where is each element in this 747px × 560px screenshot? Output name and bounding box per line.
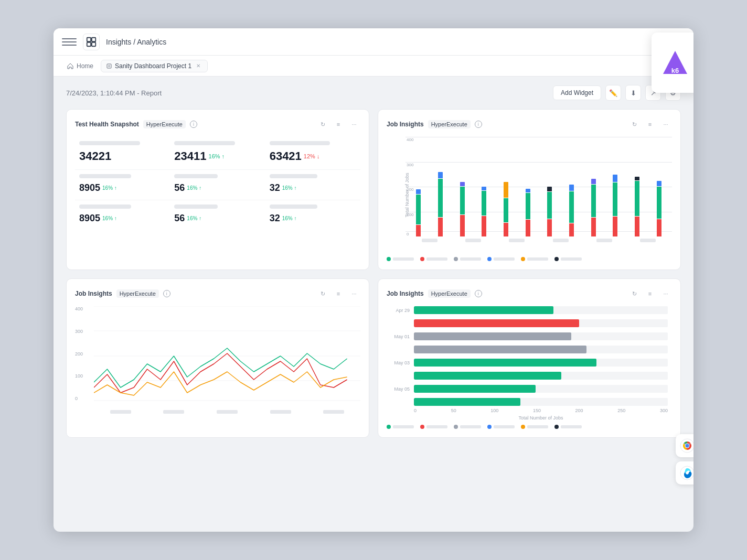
health-metrics-grid: 34221 23411 16% ↑ 63421 [75,137,360,230]
legend-item-3 [487,257,515,261]
health-cell-8-value: 32 16% ↑ [270,213,356,224]
x-label [110,410,131,414]
widget1-info-icon[interactable]: i [190,121,197,128]
bar-group-8 [591,179,596,236]
hbar-row-teal [391,372,668,380]
legend-item-1 [420,257,447,261]
add-widget-button[interactable]: Add Widget [553,85,601,100]
x-tick-200: 200 [575,408,583,413]
health-cell-5-label [270,174,317,178]
y-400: 400 [75,306,83,311]
widget1-title: Test Health Snapshot [75,121,139,128]
legend4-item-0 [387,425,414,429]
widget2-info-icon[interactable]: i [475,121,482,128]
health-cell-6-value: 8905 16% ↑ [79,213,166,224]
widget1-refresh[interactable]: ↻ [316,118,329,131]
health-cell-2-value: 63421 12% ↓ [270,149,356,163]
bar-seg [416,189,421,194]
health-cell-0-value: 34221 [79,149,166,163]
bar-seg [613,217,617,236]
bar-seg [504,198,508,222]
widget-job-insights-line: Job Insights HyperExecute i ↻ ≡ ··· 400 [66,278,369,438]
widget4-refresh[interactable]: ↻ [628,287,641,300]
download-button[interactable]: ⬇ [625,85,641,101]
health-cell-5: 32 16% ↑ [265,170,360,200]
bar-group-3 [482,187,486,236]
bar-seg [416,195,421,224]
tab-close-button[interactable]: ✕ [195,62,202,70]
widget2-title-group: Job Insights HyperExecute i [387,120,482,128]
bar-group-6 [547,187,552,236]
widget4-info-icon[interactable]: i [475,290,482,297]
svg-rect-7 [87,37,91,41]
x-label [270,410,291,414]
bar-seg [547,219,552,236]
x-label [640,239,656,242]
x-tick-300: 300 [660,408,668,413]
health-metric-5-num: 32 [270,182,280,193]
widget2-refresh[interactable]: ↻ [628,118,641,131]
hbar-label-apr29: Apr 29 [391,308,410,313]
health-cell-7-value: 56 16% ↑ [174,213,261,224]
legend4-item-4 [521,425,548,429]
x-label [465,239,481,242]
health-cell-7: 56 16% ↑ [170,200,265,230]
legend-item-5 [554,257,582,261]
health-metric-7-num: 56 [174,213,185,224]
health-metric-4-trend: 16% ↑ [187,185,201,191]
content-area: 7/24/2023, 1:10:44 PM - Report Add Widge… [54,77,693,446]
health-cell-1: 23411 16% ↑ [170,137,265,170]
x-label [422,239,437,242]
legend-dot-3 [487,257,492,261]
health-metric-5-trend: 16% ↑ [282,185,297,191]
widget3-info-icon[interactable]: i [163,290,170,297]
bar-group-10 [635,177,639,236]
health-metric-2-num: 63421 [270,149,302,163]
bar-group-1 [438,172,443,237]
widget4-badge: HyperExecute [428,289,471,298]
edit-button[interactable]: ✏️ [605,85,621,101]
widget2-legend [387,257,672,261]
tab-home[interactable]: Home [62,60,99,72]
legend4-dot-3 [487,425,492,429]
widget4-actions: ↻ ≡ ··· [628,287,672,300]
home-icon [67,63,73,69]
legend4-item-5 [554,425,582,429]
x-label [163,410,184,414]
hbar-track-apr29 [414,306,668,314]
y-300: 300 [75,329,83,334]
health-cell-6-label [79,204,131,209]
hbar-fill-small [414,398,520,406]
hbar-label-may01: May 01 [391,334,410,339]
health-cell-8: 32 16% ↑ [265,200,360,230]
widget4-more[interactable]: ··· [659,287,672,300]
legend-label-2 [460,257,481,261]
legend-item-2 [454,257,481,261]
widget2-more[interactable]: ··· [659,118,672,131]
hbar-fill-apr29 [414,306,553,314]
widget3-more[interactable]: ··· [348,287,360,300]
tab-active[interactable]: Sanity Dashboard Project 1 ✕ [101,60,208,72]
widget2-chart: 400 300 200 100 0 [405,137,672,236]
widget1-actions: ↻ ≡ ··· [316,118,360,131]
widget3-refresh[interactable]: ↻ [316,287,329,300]
bar-group-11 [657,181,661,236]
report-header: 7/24/2023, 1:10:44 PM - Report Add Widge… [66,85,681,101]
widget3-filter[interactable]: ≡ [332,287,345,300]
menu-icon[interactable] [62,35,77,49]
widget4-filter[interactable]: ≡ [644,287,656,300]
widget2-filter[interactable]: ≡ [644,118,656,131]
legend-item-4 [521,257,548,261]
widget1-filter[interactable]: ≡ [332,118,345,131]
bar-seg [416,225,421,236]
tab-page-icon [106,63,112,69]
tabs-bar: Home Sanity Dashboard Project 1 ✕ [54,56,693,77]
hbar-fill-teal [414,372,561,380]
widget1-more[interactable]: ··· [348,118,360,131]
health-cell-2: 63421 12% ↓ [265,137,360,170]
widget1-title-group: Test Health Snapshot HyperExecute i [75,120,197,128]
bar-seg [482,187,486,190]
svg-rect-11 [107,64,111,68]
bar-seg [482,216,486,236]
bar-group-4 [504,182,508,237]
